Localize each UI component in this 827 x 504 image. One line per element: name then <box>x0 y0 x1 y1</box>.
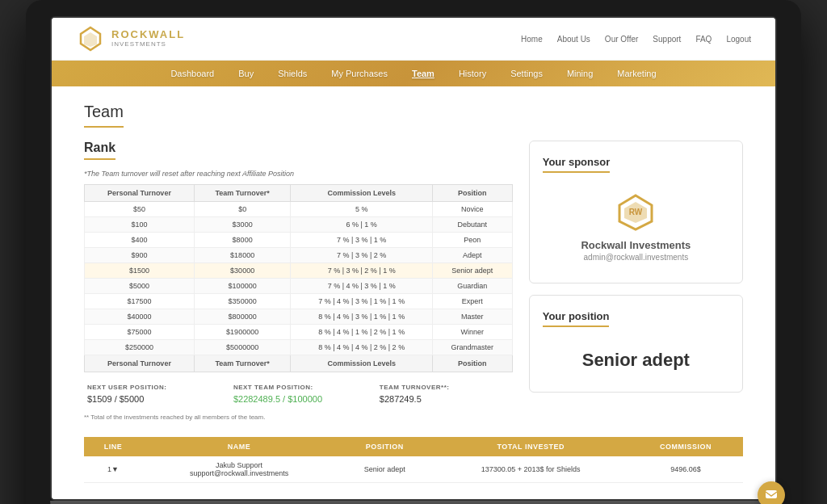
nav-shields[interactable]: Shields <box>278 69 307 78</box>
team-turnover: $18000 <box>194 248 290 263</box>
next-team-label: NEXT TEAM POSITION: <box>233 384 363 391</box>
table-row: $1500 $30000 7 % | 3 % | 2 % | 1 % Senio… <box>85 263 513 279</box>
position-name: Novice <box>433 202 513 217</box>
table-row: $17500 $350000 7 % | 4 % | 3 % | 1 % | 1… <box>85 294 513 309</box>
table-row: $100 $3000 6 % | 1 % Debutant <box>85 217 513 233</box>
nav-offer[interactable]: Our Offer <box>605 35 639 44</box>
commission-levels: 6 % | 1 % <box>291 217 433 233</box>
position-name: Guardian <box>433 279 513 294</box>
commission-levels: 7 % | 4 % | 3 % | 1 % <box>291 279 433 294</box>
position-name: Senior adept <box>433 263 513 279</box>
position-name: Master <box>433 309 513 325</box>
top-nav-links: Home About Us Our Offer Support FAQ Logo… <box>521 35 751 44</box>
svg-text:RW: RW <box>629 208 643 216</box>
nav-faq[interactable]: FAQ <box>695 35 712 44</box>
personal-turnover: $1500 <box>85 263 195 279</box>
brand-sub: INVESTMENTS <box>111 41 185 48</box>
position-name: Adept <box>433 248 513 263</box>
table-row: $75000 $1900000 8 % | 4 % | 1 % | 2 % | … <box>85 325 513 340</box>
turnover-label: TEAM TURNOVER**: <box>380 384 510 391</box>
nav-dashboard[interactable]: Dashboard <box>170 69 214 78</box>
message-icon <box>764 488 779 502</box>
position-name: Peon <box>433 233 513 248</box>
col-commission: Commission Levels <box>291 185 433 202</box>
personal-turnover: $900 <box>85 248 195 263</box>
commission-levels: 7 % | 4 % | 3 % | 1 % | 1 % <box>291 294 433 309</box>
personal-turnover: $100 <box>85 217 195 233</box>
team-turnover: $100000 <box>194 279 290 294</box>
page-title: Team <box>84 103 124 128</box>
bt-position: Senior adept <box>336 456 433 483</box>
nav-logout[interactable]: Logout <box>726 35 751 44</box>
next-user-value: $1509 / $5000 <box>87 394 217 404</box>
rank-note: *The Team turnover will reset after reac… <box>84 170 513 178</box>
team-turnover: $350000 <box>194 294 290 309</box>
commission-levels: 7 % | 3 % | 1 % <box>291 233 433 248</box>
table-row: 1▼ Jakub Supportsupport@rockwall.investm… <box>84 456 743 483</box>
content-grid: Rank *The Team turnover will reset after… <box>84 141 743 421</box>
table-row: $5000 $100000 7 % | 4 % | 3 % | 1 % Guar… <box>85 279 513 294</box>
personal-turnover: $40000 <box>85 309 195 325</box>
team-turnover: $800000 <box>194 309 290 325</box>
nav-marketing[interactable]: Marketing <box>617 69 656 78</box>
commission-levels: 8 % | 4 % | 3 % | 1 % | 1 % <box>291 309 433 325</box>
commission-levels: 5 % <box>291 202 433 217</box>
message-fab[interactable] <box>758 481 785 504</box>
foot-personal: Personal Turnover <box>85 355 195 372</box>
position-card: Your position Senior adept <box>529 295 743 393</box>
logo-icon <box>76 24 105 53</box>
sponsor-card: Your sponsor RW Rockwall Investments adm… <box>529 141 743 284</box>
col-personal: Personal Turnover <box>85 185 195 202</box>
bt-col-invested: TOTAL INVESTED <box>433 437 628 456</box>
nav-mining[interactable]: Mining <box>567 69 593 78</box>
team-turnover: $5000000 <box>194 340 290 355</box>
team-turnover: $8000 <box>194 233 290 248</box>
team-turnover: $3000 <box>194 217 290 233</box>
turnover-block: TEAM TURNOVER**: $287249.5 <box>380 384 510 404</box>
bt-col-name: NAME <box>142 437 336 456</box>
position-title: Your position <box>543 310 610 327</box>
nav-history[interactable]: History <box>459 69 486 78</box>
next-user-block: NEXT USER POSITION: $1509 / $5000 <box>87 384 217 404</box>
nav-about[interactable]: About Us <box>557 35 590 44</box>
bt-col-position: POSITION <box>336 437 433 456</box>
logo: ROCKWALL INVESTMENTS <box>76 24 185 53</box>
bt-name: Jakub Supportsupport@rockwall.investment… <box>142 456 336 483</box>
foot-position: Position <box>433 355 513 372</box>
table-row: $40000 $800000 8 % | 4 % | 3 % | 1 % | 1… <box>85 309 513 325</box>
table-row: $250000 $5000000 8 % | 4 % | 4 % | 2 % |… <box>85 340 513 355</box>
nav-support[interactable]: Support <box>653 35 681 44</box>
next-team-value: $2282489.5 / $100000 <box>233 394 363 404</box>
next-positions: NEXT USER POSITION: $1509 / $5000 NEXT T… <box>84 384 513 404</box>
commission-levels: 7 % | 3 % | 2 % | 1 % <box>291 263 433 279</box>
sponsor-logo: RW Rockwall Investments admin@rockwall.i… <box>543 192 729 262</box>
next-user-label: NEXT USER POSITION: <box>87 384 217 391</box>
team-turnover: $0 <box>194 202 290 217</box>
commission-levels: 7 % | 3 % | 2 % <box>291 248 433 263</box>
nav-team[interactable]: Team <box>412 69 434 78</box>
nav-buy[interactable]: Buy <box>238 69 254 78</box>
sponsor-logo-icon: RW <box>611 192 660 233</box>
nav-my-purchases[interactable]: My Purchases <box>331 69 388 78</box>
personal-turnover: $50 <box>85 202 195 217</box>
nav-settings[interactable]: Settings <box>510 69 543 78</box>
rank-table: Personal Turnover Team Turnover* Commiss… <box>84 184 513 372</box>
position-name: Expert <box>433 294 513 309</box>
bt-commission: 9496.06$ <box>628 456 743 483</box>
table-row: $400 $8000 7 % | 3 % | 1 % Peon <box>85 233 513 248</box>
position-name: Grandmaster <box>433 340 513 355</box>
foot-team: Team Turnover* <box>194 355 290 372</box>
foot-commission: Commission Levels <box>291 355 433 372</box>
col-position: Position <box>433 185 513 202</box>
team-turnover: $30000 <box>194 263 290 279</box>
bt-col-line: LINE <box>84 437 142 456</box>
table-row: $50 $0 5 % Novice <box>85 202 513 217</box>
nav-home[interactable]: Home <box>521 35 543 44</box>
position-name: Winner <box>433 325 513 340</box>
rank-section: Rank *The Team turnover will reset after… <box>84 141 513 421</box>
bt-total-invested: 137300.05 + 2013$ for Shields <box>433 456 628 483</box>
sponsor-email: admin@rockwall.investments <box>584 253 689 262</box>
commission-levels: 8 % | 4 % | 1 % | 2 % | 1 % <box>291 325 433 340</box>
footnote: ** Total of the investments reached by a… <box>84 414 513 421</box>
position-name: Debutant <box>433 217 513 233</box>
